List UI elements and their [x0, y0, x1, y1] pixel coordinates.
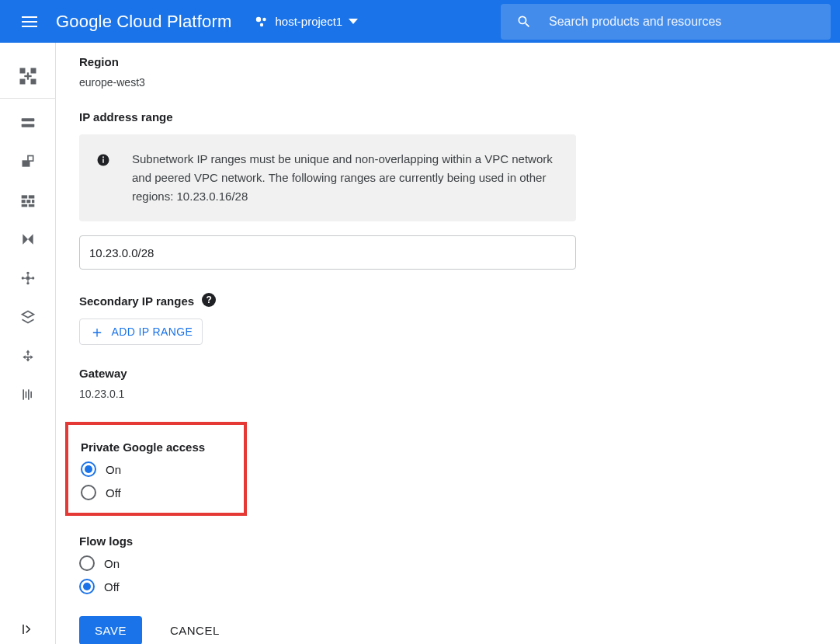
- project-name: host-project1: [275, 15, 342, 28]
- main-content: Region europe-west3 IP address range Sub…: [56, 43, 840, 644]
- save-button[interactable]: SAVE: [79, 616, 142, 644]
- svg-rect-26: [25, 392, 26, 398]
- svg-rect-4: [30, 68, 36, 73]
- pga-radio-on[interactable]: On: [81, 461, 231, 477]
- ip-range-info-text: Subnetwork IP ranges must be unique and …: [132, 150, 554, 206]
- flowlogs-radio-on[interactable]: On: [79, 555, 817, 571]
- svg-rect-12: [28, 156, 33, 162]
- svg-rect-3: [19, 68, 25, 73]
- secondary-ip-label: Secondary IP ranges: [79, 294, 194, 308]
- peering-icon: [20, 270, 36, 286]
- gateway-label: Gateway: [79, 367, 817, 380]
- vpc-network-icon: [17, 65, 39, 87]
- nav-shared-vpc[interactable]: [0, 298, 56, 336]
- radio-checked-icon: [79, 579, 95, 594]
- cancel-button[interactable]: CANCEL: [165, 623, 224, 638]
- add-ip-range-button[interactable]: ＋ ADD IP RANGE: [79, 319, 203, 345]
- nav-serverless-vpc[interactable]: [0, 336, 56, 375]
- routes-icon: [20, 231, 36, 247]
- pga-radio-off[interactable]: Off: [81, 485, 231, 500]
- svg-point-31: [102, 156, 104, 158]
- flowlogs-radio-off[interactable]: Off: [79, 579, 817, 594]
- svg-rect-14: [28, 195, 34, 198]
- svg-rect-8: [26, 72, 28, 79]
- svg-point-2: [260, 23, 263, 26]
- add-ip-range-label: ADD IP RANGE: [111, 325, 193, 338]
- chevron-down-icon: [349, 19, 358, 24]
- svg-point-22: [32, 277, 34, 279]
- flowlogs-label: Flow logs: [79, 534, 817, 548]
- nav-firewall[interactable]: [0, 181, 56, 220]
- nav-expand-button[interactable]: [0, 622, 55, 636]
- svg-rect-30: [102, 159, 104, 163]
- chevron-right-icon: [21, 622, 35, 636]
- private-google-access-highlight: Private Google access On Off: [65, 422, 247, 516]
- project-icon: [255, 15, 269, 29]
- brand-rest: Cloud Platform: [116, 12, 231, 32]
- nav-ip-addresses[interactable]: [0, 103, 56, 142]
- nav-peering[interactable]: [0, 259, 56, 298]
- svg-rect-19: [28, 204, 34, 207]
- svg-point-0: [256, 16, 261, 21]
- search-input[interactable]: [547, 14, 821, 30]
- svg-rect-17: [32, 200, 34, 203]
- pga-on-label: On: [106, 463, 121, 476]
- packet-mirroring-icon: [20, 387, 36, 402]
- pga-label: Private Google access: [81, 440, 231, 454]
- svg-rect-9: [21, 118, 34, 121]
- nav-menu-button[interactable]: [14, 6, 45, 37]
- serverless-vpc-icon: [20, 348, 36, 364]
- help-icon[interactable]: ?: [202, 293, 216, 307]
- region-label: Region: [79, 55, 817, 68]
- byoip-icon: [20, 154, 36, 169]
- svg-point-1: [263, 17, 266, 20]
- nav-packet-mirroring[interactable]: [0, 375, 56, 414]
- gateway-value: 10.23.0.1: [79, 388, 817, 400]
- region-value: europe-west3: [79, 76, 817, 89]
- pga-off-label: Off: [106, 486, 121, 500]
- radio-checked-icon: [81, 461, 96, 477]
- flowlogs-off-label: Off: [104, 580, 120, 594]
- top-bar: Google Cloud Platform host-project1: [0, 0, 840, 43]
- info-icon: [96, 150, 110, 206]
- project-picker[interactable]: host-project1: [255, 15, 358, 29]
- svg-point-23: [26, 272, 29, 274]
- svg-rect-5: [19, 78, 25, 84]
- svg-rect-10: [21, 124, 34, 127]
- ip-range-input[interactable]: [79, 235, 576, 270]
- svg-point-24: [26, 282, 29, 284]
- svg-point-20: [26, 277, 30, 280]
- svg-point-21: [21, 277, 23, 279]
- svg-rect-27: [28, 389, 30, 399]
- search-box[interactable]: [501, 4, 831, 40]
- svg-rect-13: [21, 195, 27, 198]
- brand-google: Google: [56, 12, 112, 32]
- svg-rect-25: [23, 389, 24, 399]
- brand-title[interactable]: Google Cloud Platform: [56, 12, 231, 32]
- ip-range-info-box: Subnetwork IP ranges must be unique and …: [79, 134, 576, 221]
- nav-routes[interactable]: [0, 220, 56, 259]
- shared-vpc-icon: [20, 309, 36, 325]
- ip-range-label: IP address range: [79, 110, 817, 124]
- radio-unchecked-icon: [81, 485, 96, 500]
- svg-rect-6: [30, 78, 36, 84]
- left-nav: [0, 43, 56, 644]
- flowlogs-on-label: On: [104, 557, 120, 570]
- svg-rect-28: [30, 392, 32, 398]
- search-icon: [516, 14, 532, 30]
- svg-rect-18: [21, 204, 27, 207]
- hamburger-icon: [22, 21, 37, 23]
- firewall-icon: [20, 193, 36, 208]
- ip-addresses-icon: [20, 115, 36, 131]
- radio-unchecked-icon: [79, 555, 95, 571]
- svg-rect-16: [26, 200, 30, 203]
- nav-vpc-networks[interactable]: [0, 54, 56, 99]
- nav-byoip[interactable]: [0, 142, 56, 181]
- svg-rect-15: [21, 200, 25, 203]
